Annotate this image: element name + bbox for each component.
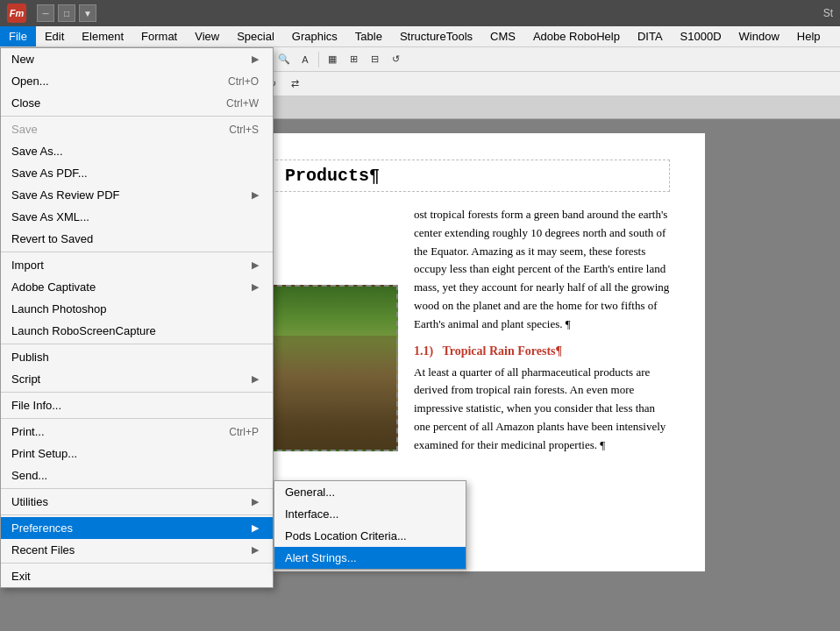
toolbar-find[interactable]: 🔍 <box>274 50 294 69</box>
toolbar-format4[interactable]: A <box>295 50 315 69</box>
menu-entry-file-info[interactable]: File Info... <box>1 394 273 416</box>
menu-label-import: Import <box>11 259 44 272</box>
menu-div7 <box>1 514 273 515</box>
menu-label-save: Save <box>11 123 38 136</box>
menu-bar: File Edit Element Format View Special Gr… <box>0 26 840 47</box>
menu-structure-tools[interactable]: StructureTools <box>391 26 481 46</box>
arrow-utilities: ▶ <box>252 496 259 507</box>
menu-entry-preferences[interactable]: Preferences ▶ <box>1 517 273 539</box>
title-bar-controls: ─ □ ▼ <box>37 4 96 22</box>
toolbar-table2[interactable]: ⊞ <box>344 50 363 69</box>
prefs-pods[interactable]: Pods Location Criteria... <box>274 525 466 547</box>
menu-entry-save: Save Ctrl+S <box>1 118 273 140</box>
menu-s1000d[interactable]: S1000D <box>672 26 730 46</box>
arrow-import: ▶ <box>252 259 259 271</box>
menu-label-revert: Revert to Saved <box>11 232 93 245</box>
menu-entry-captivate[interactable]: Adobe Captivate ▶ <box>1 276 273 298</box>
section-text: At least a quarter of all pharmaceutical… <box>414 364 670 455</box>
toolbar-table1[interactable]: ▦ <box>323 50 342 69</box>
menu-element[interactable]: Element <box>73 26 132 46</box>
menu-entry-import[interactable]: Import ▶ <box>1 254 273 276</box>
shortcut-close: Ctrl+W <box>226 97 259 110</box>
menu-special[interactable]: Special <box>228 26 283 46</box>
menu-label-photoshop: Launch Photoshop <box>11 302 106 316</box>
menu-label-save-pdf: Save As PDF... <box>11 167 88 180</box>
menu-edit[interactable]: Edit <box>36 26 73 46</box>
toolbar-table3[interactable]: ⊟ <box>365 50 384 69</box>
menu-btn[interactable]: ▼ <box>79 4 96 22</box>
menu-window[interactable]: Window <box>730 26 788 46</box>
menu-cms[interactable]: CMS <box>481 26 524 46</box>
menu-entry-send[interactable]: Send... <box>1 464 273 486</box>
minimize-btn[interactable]: ─ <box>37 4 54 22</box>
menu-label-open: Open... <box>11 74 49 88</box>
cms-btn6[interactable]: ⇄ <box>285 74 304 94</box>
menu-entry-open[interactable]: Open... Ctrl+O <box>1 70 273 92</box>
menu-entry-print[interactable]: Print... Ctrl+P <box>1 421 273 443</box>
menu-entry-save-pdf[interactable]: Save As PDF... <box>1 162 273 184</box>
menu-div5 <box>1 418 273 419</box>
arrow-review: ▶ <box>252 189 259 201</box>
prefs-submenu: General... Interface... Pods Location Cr… <box>274 480 466 570</box>
menu-entry-save-as[interactable]: Save As... <box>1 140 273 162</box>
arrow-script: ▶ <box>252 373 259 385</box>
menu-div4 <box>1 392 273 393</box>
menu-entry-close[interactable]: Close Ctrl+W <box>1 92 273 114</box>
prefs-pods-label: Pods Location Criteria... <box>285 529 407 542</box>
menu-entry-save-review[interactable]: Save As Review PDF ▶ <box>1 184 273 206</box>
menu-entry-photoshop[interactable]: Launch Photoshop <box>1 298 273 320</box>
shortcut-save: Ctrl+S <box>229 124 259 136</box>
menu-label-preferences: Preferences <box>11 521 73 535</box>
menu-label-save-xml: Save As XML... <box>11 210 89 223</box>
prefs-general-label: General... <box>285 486 335 499</box>
menu-div1 <box>1 116 273 117</box>
menu-file[interactable]: File <box>0 26 36 46</box>
menu-view[interactable]: View <box>186 26 228 46</box>
menu-entry-new[interactable]: New ▶ <box>1 48 273 70</box>
toolbar-refresh[interactable]: ↺ <box>386 50 405 69</box>
arrow-recent: ▶ <box>252 544 259 556</box>
menu-label-save-as: Save As... <box>11 145 63 158</box>
title-bar-text: St <box>823 7 833 19</box>
menu-div6 <box>1 488 273 489</box>
file-menu-dropdown: New ▶ Open... Ctrl+O Close Ctrl+W Save C… <box>0 47 274 588</box>
menu-div8 <box>1 563 273 564</box>
menu-label-exit: Exit <box>11 570 31 583</box>
prefs-interface-label: Interface... <box>285 507 338 521</box>
toolbar-sep4 <box>318 52 319 67</box>
menu-dita[interactable]: DITA <box>629 26 672 46</box>
prefs-interface[interactable]: Interface... <box>274 503 466 525</box>
menu-label-print-setup: Print Setup... <box>11 447 77 460</box>
menu-entry-print-setup[interactable]: Print Setup... <box>1 443 273 464</box>
menu-div3 <box>1 344 273 344</box>
maximize-btn[interactable]: □ <box>58 4 75 22</box>
menu-entry-robo-capture[interactable]: Launch RoboScreenCapture <box>1 320 273 342</box>
section-heading: 1.1) Tropical Rain Forests¶ <box>414 344 670 358</box>
prefs-alert-label: Alert Strings... <box>285 551 357 564</box>
body-text: ost tropical forests form a green band a… <box>414 206 670 334</box>
menu-entry-script[interactable]: Script ▶ <box>1 368 273 390</box>
prefs-alert[interactable]: Alert Strings... <box>274 547 466 569</box>
menu-table[interactable]: Table <box>346 26 391 46</box>
menu-entry-save-xml[interactable]: Save As XML... <box>1 206 273 228</box>
menu-format[interactable]: Format <box>132 26 186 46</box>
shortcut-print: Ctrl+P <box>229 426 259 438</box>
prefs-general[interactable]: General... <box>274 481 466 503</box>
menu-label-close: Close <box>11 96 40 110</box>
menu-entry-publish[interactable]: Publish <box>1 346 273 368</box>
menu-label-save-review: Save As Review PDF <box>11 188 120 202</box>
menu-graphics[interactable]: Graphics <box>283 26 346 46</box>
menu-entry-revert[interactable]: Revert to Saved <box>1 228 273 250</box>
section-number: 1.1) <box>414 344 433 358</box>
menu-entry-utilities[interactable]: Utilities ▶ <box>1 491 273 513</box>
menu-entry-exit[interactable]: Exit <box>1 565 273 587</box>
menu-robohelp[interactable]: Adobe RoboHelp <box>524 26 629 46</box>
menu-label-print: Print... <box>11 425 45 438</box>
right-column: ost tropical forests form a green band a… <box>414 206 670 455</box>
menu-label-send: Send... <box>11 469 47 482</box>
menu-label-captivate: Adobe Captivate <box>11 280 96 294</box>
menu-help[interactable]: Help <box>788 26 829 46</box>
app-icon: Fm <box>7 4 26 23</box>
menu-entry-recent[interactable]: Recent Files ▶ <box>1 539 273 561</box>
menu-label-recent: Recent Files <box>11 543 75 557</box>
